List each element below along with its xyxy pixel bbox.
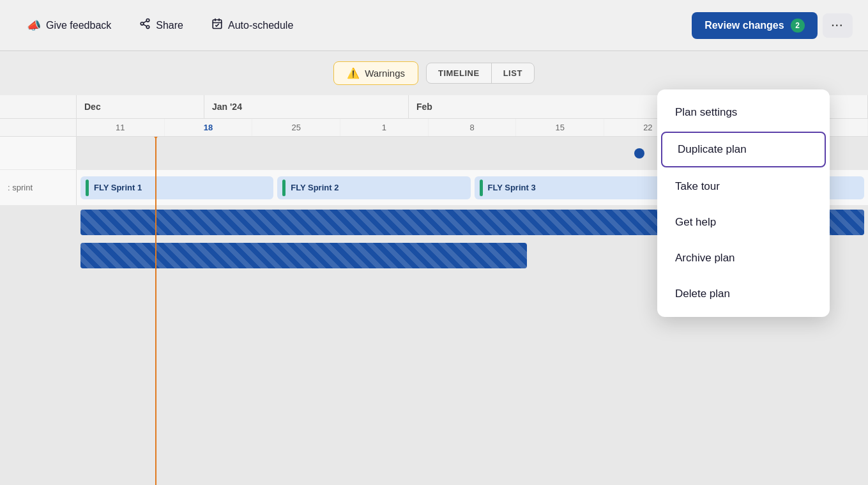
get-help-item[interactable]: Get help	[657, 204, 830, 240]
sprint-indicator	[86, 180, 89, 196]
delete-plan-item[interactable]: Delete plan	[657, 276, 830, 312]
timeline-view-button[interactable]: TIMELINE	[427, 63, 492, 83]
month-jan: Jan '24	[204, 95, 409, 118]
share-icon	[139, 18, 151, 33]
warnings-button[interactable]: ⚠️ Warnings	[333, 61, 418, 85]
sprint-bar-2[interactable]: FLY Sprint 2	[277, 176, 470, 199]
list-view-button[interactable]: LIST	[492, 63, 534, 83]
today-marker	[151, 137, 161, 139]
month-dec: Dec	[77, 95, 204, 118]
review-count-badge: 2	[791, 19, 805, 33]
warnings-label: Warnings	[365, 68, 405, 79]
view-toggle: TIMELINE LIST	[426, 63, 535, 84]
plan-settings-item[interactable]: Plan settings	[657, 95, 830, 130]
sprint-bar-1[interactable]: FLY Sprint 1	[80, 176, 273, 199]
dropdown-menu: Plan settings Duplicate plan Take tour G…	[657, 89, 830, 317]
calendar-icon	[211, 18, 223, 33]
toolbar: 📣 Give feedback Share Auto-schedule Revi…	[0, 0, 868, 51]
share-label: Share	[156, 20, 183, 31]
svg-rect-5	[213, 20, 222, 29]
sub-toolbar: ⚠️ Warnings TIMELINE LIST	[0, 51, 868, 95]
more-options-button[interactable]: ···	[823, 13, 853, 38]
date-18: 18	[165, 119, 253, 136]
give-feedback-button[interactable]: 📣 Give feedback	[15, 12, 123, 39]
sprint-indicator-3	[480, 180, 483, 196]
review-changes-label: Review changes	[704, 20, 784, 31]
date-8: 8	[429, 119, 517, 136]
date-15: 15	[516, 119, 604, 136]
auto-schedule-label: Auto-schedule	[228, 20, 293, 31]
megaphone-icon: 📣	[27, 19, 41, 33]
give-feedback-label: Give feedback	[46, 20, 111, 31]
date-1: 1	[340, 119, 429, 136]
today-line	[155, 137, 156, 485]
svg-line-4	[144, 21, 147, 23]
sprint-indicator-2	[282, 180, 286, 196]
warning-icon: ⚠️	[347, 67, 360, 79]
take-tour-item[interactable]: Take tour	[657, 169, 830, 204]
sprint-bar-3[interactable]: FLY Sprint 3	[475, 176, 667, 199]
date-label-col	[0, 119, 77, 136]
archive-plan-item[interactable]: Archive plan	[657, 240, 830, 276]
review-changes-button[interactable]: Review changes 2	[692, 12, 818, 39]
date-11: 11	[77, 119, 165, 136]
sprint-row-label: : sprint	[0, 170, 77, 205]
milestone-row-label	[0, 137, 77, 169]
duplicate-plan-item[interactable]: Duplicate plan	[661, 132, 826, 167]
share-button[interactable]: Share	[128, 12, 195, 39]
blue-bar-2	[80, 243, 527, 268]
timeline-label-col	[0, 95, 77, 118]
svg-line-3	[144, 24, 147, 26]
date-25: 25	[252, 119, 340, 136]
milestone-dot	[634, 148, 644, 158]
ellipsis-icon: ···	[832, 20, 844, 31]
auto-schedule-button[interactable]: Auto-schedule	[200, 12, 305, 39]
